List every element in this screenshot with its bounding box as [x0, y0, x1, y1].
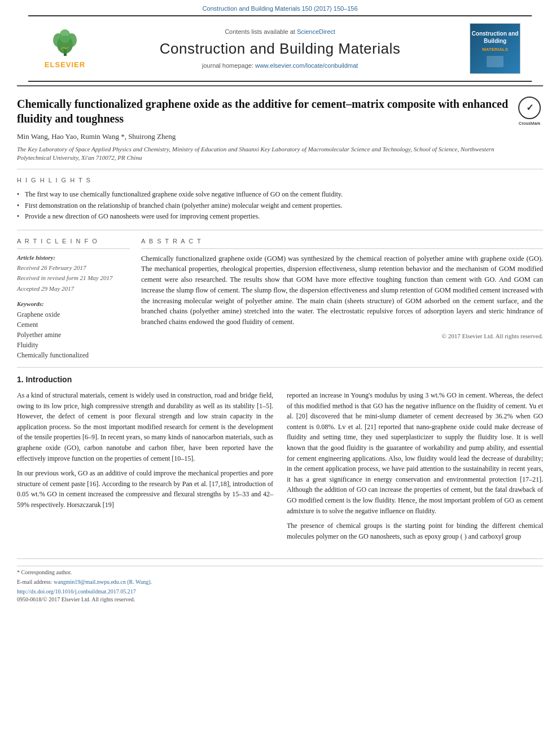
- elsevier-logo: ELSEVIER: [40, 28, 90, 70]
- article-info-column: A R T I C L E I N F O Article history: R…: [17, 237, 130, 360]
- copyright-line: © 2017 Elsevier Ltd. All rights reserved…: [141, 332, 543, 340]
- svg-point-4: [59, 29, 71, 43]
- keyword-3: Polyether amine: [17, 330, 130, 340]
- affiliation: The Key Laboratory of Space Applied Phys…: [17, 145, 510, 163]
- email-line: E-mail address: wangmin19@mail.nwpu.edu.…: [17, 578, 543, 586]
- keyword-4: Fluidity: [17, 340, 130, 350]
- journal-cover-image: Construction and Building MATERIALS: [470, 23, 520, 74]
- highlights-section: H I G H L I G H T S The first way to use…: [17, 169, 543, 230]
- received-date: Received 26 February 2017: [17, 264, 130, 272]
- journal-homepage: journal homepage: www.elsevier.com/locat…: [102, 62, 458, 70]
- intro-paragraph-1: As a kind of structural materials, cemen…: [17, 390, 273, 510]
- article-info-abstract-section: A R T I C L E I N F O Article history: R…: [17, 230, 543, 368]
- header-center: Contents lists available at ScienceDirec…: [102, 28, 458, 70]
- journal-title: Construction and Building Materials: [102, 38, 458, 59]
- abstract-label: A B S T R A C T: [141, 237, 543, 248]
- crossmark-badge: ✓ CrossMark: [516, 97, 543, 126]
- keywords-label: Keywords:: [17, 300, 130, 308]
- footer-section: * Corresponding author. E-mail address: …: [17, 558, 543, 604]
- journal-reference-text: Construction and Building Materials 150 …: [202, 5, 357, 12]
- intro-col-1: As a kind of structural materials, cemen…: [17, 390, 273, 546]
- elsevier-wordmark: ELSEVIER: [45, 60, 85, 70]
- introduction-section: 1. Introduction As a kind of structural …: [17, 368, 543, 553]
- article-title-section: Chemically functionalized graphene oxide…: [17, 86, 543, 169]
- authors-text: Min Wang, Hao Yao, Rumin Wang *, Shuiron…: [17, 132, 176, 141]
- introduction-body: As a kind of structural materials, cemen…: [17, 390, 543, 546]
- keyword-2: Cement: [17, 320, 130, 330]
- highlights-label: H I G H L I G H T S: [17, 176, 543, 185]
- highlight-item-1: The first way to use chemically function…: [17, 190, 543, 199]
- article-title-text: Chemically functionalized graphene oxide…: [17, 97, 510, 162]
- abstract-paragraph: Chemically functionalized graphene oxide…: [141, 254, 543, 327]
- keywords-section: Keywords: Graphene oxide Cement Polyethe…: [17, 300, 130, 360]
- sciencedirect-link[interactable]: ScienceDirect: [297, 28, 335, 35]
- crossmark-icon: ✓: [518, 97, 541, 119]
- sciencedirect-line: Contents lists available at ScienceDirec…: [102, 28, 458, 36]
- top-reference: Construction and Building Materials 150 …: [0, 0, 560, 15]
- abstract-text: Chemically functionalized graphene oxide…: [141, 254, 543, 327]
- journal-image-subtitle: MATERIALS: [482, 46, 508, 53]
- highlight-item-2: First demonstration on the relationship …: [17, 201, 543, 211]
- intro-paragraph-2: reported an increase in Young's modulus …: [287, 390, 543, 541]
- highlight-item-3: Provide a new direction of GO nanosheets…: [17, 212, 543, 221]
- authors-line: Min Wang, Hao Yao, Rumin Wang *, Shuiron…: [17, 132, 510, 142]
- journal-header: ELSEVIER Contents lists available at Sci…: [28, 15, 532, 82]
- article-history-label: Article history:: [17, 254, 130, 262]
- crossmark-label: CrossMark: [519, 120, 541, 126]
- issn-line: 0950-0618/© 2017 Elsevier Ltd. All right…: [17, 596, 543, 604]
- revised-date: Received in revised form 21 May 2017: [17, 274, 130, 282]
- intro-col-2: reported an increase in Young's modulus …: [287, 390, 543, 546]
- elsevier-tree-icon: [47, 28, 84, 59]
- article-title: Chemically functionalized graphene oxide…: [17, 97, 510, 126]
- introduction-heading: 1. Introduction: [17, 374, 543, 386]
- journal-image-title: Construction and Building: [470, 30, 520, 45]
- abstract-column: A B S T R A C T Chemically functionalize…: [141, 237, 543, 360]
- email-address[interactable]: wangmin19@mail.nwpu.edu.cn (R. Wang).: [54, 579, 152, 585]
- article-info-label: A R T I C L E I N F O: [17, 237, 130, 248]
- doi-link[interactable]: http://dx.doi.org/10.1016/j.conbuildmat.…: [17, 588, 543, 596]
- keyword-5: Chemically functionalized: [17, 351, 130, 360]
- keyword-1: Graphene oxide: [17, 310, 130, 320]
- corresponding-note: * Corresponding author.: [17, 569, 543, 576]
- accepted-date: Accepted 29 May 2017: [17, 285, 130, 293]
- page-container: Construction and Building Materials 150 …: [0, 0, 560, 747]
- homepage-url: www.elsevier.com/locate/conbuildmat: [255, 62, 358, 69]
